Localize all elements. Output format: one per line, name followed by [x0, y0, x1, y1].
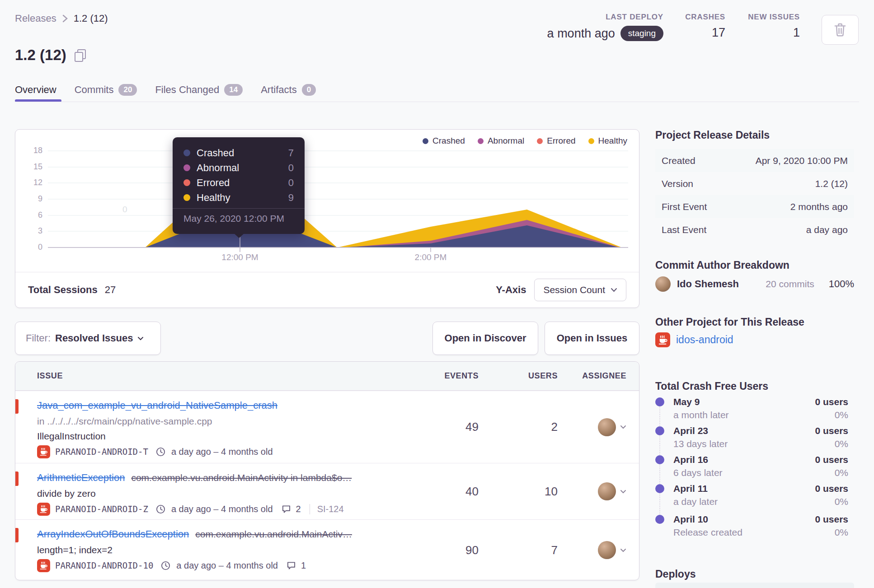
- legend-label: Errored: [547, 136, 575, 146]
- legend-item-abnormal[interactable]: Abnormal: [478, 136, 524, 146]
- detail-value: 1.2 (12): [815, 178, 848, 189]
- open-in-issues-button[interactable]: Open in Issues: [545, 322, 639, 355]
- detail-row: Created Apr 9, 2020 10:00 PM: [655, 149, 854, 172]
- table-row: ArrayIndexOutOfBoundsExceptioncom.exampl…: [15, 519, 639, 580]
- crash-free-heading: Total Crash Free Users: [655, 380, 768, 392]
- delete-release-button[interactable]: [822, 15, 859, 45]
- tab-artifacts[interactable]: Artifacts 0: [261, 84, 316, 96]
- issue-link[interactable]: ArrayIndexOutOfBoundsException: [37, 528, 189, 540]
- timeline-dot-icon: [655, 484, 664, 493]
- stat-label: NEW ISSUES: [734, 13, 800, 22]
- chart-legend: Crashed Abnormal Errored Healthy: [423, 136, 627, 146]
- legend-item-healthy[interactable]: Healthy: [588, 136, 627, 146]
- ghost-label: 0: [122, 205, 127, 215]
- entry-date: April 16: [673, 454, 708, 465]
- project-slug: PARANOID-ANDROID-10: [55, 560, 153, 570]
- tab-count-badge: 14: [224, 84, 243, 96]
- tab-commits[interactable]: Commits 20: [75, 84, 137, 96]
- issue-link[interactable]: ArithmeticException: [37, 472, 125, 483]
- chevron-right-icon: [62, 14, 68, 23]
- title-row: 1.2 (12): [15, 47, 85, 64]
- issue-culprit: in ../../../../src/main/cpp/native-sampl…: [37, 414, 402, 429]
- chart-footer: Total Sessions 27 Y-Axis Session Count: [15, 272, 639, 308]
- detail-value: a day ago: [806, 224, 848, 235]
- project-icon: [37, 503, 50, 516]
- column-users: USERS: [479, 371, 558, 381]
- issue-message: IllegalInstruction: [37, 429, 402, 443]
- project-icon: [37, 559, 50, 572]
- environment-badge: staging: [620, 26, 663, 41]
- comments-icon: [287, 561, 296, 570]
- list-item: April 23 13 days later 0 users 0%: [655, 425, 854, 451]
- unhandled-indicator: [15, 528, 19, 542]
- tab-files-changed[interactable]: Files Changed 14: [155, 84, 243, 96]
- entry-users: 0 users: [815, 483, 848, 494]
- tabs-divider: [15, 102, 859, 102]
- entry-percent: 0%: [835, 496, 848, 507]
- tab-bar: Overview Commits 20 Files Changed 14 Art…: [15, 84, 316, 96]
- issues-table: ISSUE EVENTS USERS ASSIGNEE Java_com_exa…: [15, 361, 639, 580]
- breadcrumb-releases-link[interactable]: Releases: [15, 13, 56, 24]
- yaxis-select[interactable]: Session Count: [534, 279, 626, 301]
- new-issues-value: 1: [793, 26, 800, 40]
- comments-count: 1: [301, 560, 306, 571]
- open-in-discover-button[interactable]: Open in Discover: [432, 322, 538, 355]
- chevron-down-icon[interactable]: [620, 490, 626, 494]
- detail-row: Version 1.2 (12): [655, 172, 854, 195]
- entry-users: 0 users: [815, 397, 848, 407]
- project-slug: PARANOID-ANDROID-Z: [55, 504, 148, 514]
- chevron-down-icon[interactable]: [620, 425, 626, 429]
- assignee-avatar[interactable]: [598, 482, 616, 500]
- chevron-down-icon[interactable]: [620, 548, 626, 552]
- tab-label: Artifacts: [261, 84, 296, 96]
- tab-count-badge: 20: [118, 84, 137, 96]
- assignee-avatar[interactable]: [598, 418, 616, 436]
- entry-date: May 9: [673, 397, 700, 407]
- entry-date: April 23: [673, 425, 708, 436]
- copy-icon[interactable]: [75, 49, 85, 61]
- tooltip-divider: [173, 208, 305, 209]
- unhandled-indicator: [15, 471, 19, 486]
- comments-icon: [282, 504, 291, 513]
- assignee-avatar[interactable]: [598, 541, 616, 559]
- detail-row: First Event 2 months ago: [655, 195, 854, 218]
- table-row: ArithmeticExceptioncom.example.vu.androi…: [15, 463, 639, 519]
- list-item: May 9 a month later 0 users 0%: [655, 397, 854, 422]
- abnormal-dot-icon: [478, 138, 484, 144]
- issue-events-count: 40: [402, 463, 479, 519]
- other-project-link[interactable]: idos-android: [676, 334, 733, 346]
- detail-label: Created: [662, 155, 695, 166]
- project-icon: [655, 332, 670, 347]
- unhandled-indicator: [15, 399, 19, 414]
- page-title: 1.2 (12): [15, 47, 66, 64]
- yaxis-label: Y-Axis: [496, 284, 526, 296]
- entry-sub: 13 days later: [673, 439, 728, 449]
- tooltip-label: Errored: [197, 177, 288, 189]
- tab-overview[interactable]: Overview: [15, 84, 56, 96]
- column-events: EVENTS: [402, 371, 479, 381]
- detail-row: Last Event a day ago: [655, 218, 854, 241]
- issue-filter-dropdown[interactable]: Filter: Resolved Issues: [15, 322, 161, 355]
- details-heading: Project Release Details: [655, 129, 770, 141]
- legend-label: Healthy: [598, 136, 627, 146]
- detail-value: Apr 9, 2020 10:00 PM: [756, 155, 848, 166]
- legend-item-errored[interactable]: Errored: [537, 136, 575, 146]
- tooltip-value: 0: [288, 177, 294, 189]
- issue-age: a day ago – 4 months old: [176, 560, 278, 571]
- x-tick: 2:00 PM: [401, 252, 460, 262]
- legend-item-crashed[interactable]: Crashed: [423, 136, 465, 146]
- tooltip-value: 7: [288, 147, 294, 159]
- entry-users: 0 users: [815, 514, 848, 525]
- entry-sub: a day later: [673, 496, 718, 507]
- detail-label: Version: [662, 178, 693, 189]
- stat-new-issues: NEW ISSUES 1: [734, 13, 800, 40]
- issue-link[interactable]: Java_com_example_vu_android_NativeSample…: [37, 400, 277, 411]
- authors-heading: Commit Author Breakdown: [655, 259, 789, 271]
- errored-dot-icon: [537, 138, 543, 144]
- issue-users-count: 7: [479, 520, 558, 580]
- release-overview-page: Releases 1.2 (12) LAST DEPLOY a month ag…: [0, 0, 874, 588]
- deploys-section-preview: [655, 583, 854, 588]
- issue-users-count: 2: [479, 391, 558, 463]
- filter-label: Filter:: [26, 332, 51, 344]
- issue-age: a day ago – 4 months old: [171, 504, 273, 514]
